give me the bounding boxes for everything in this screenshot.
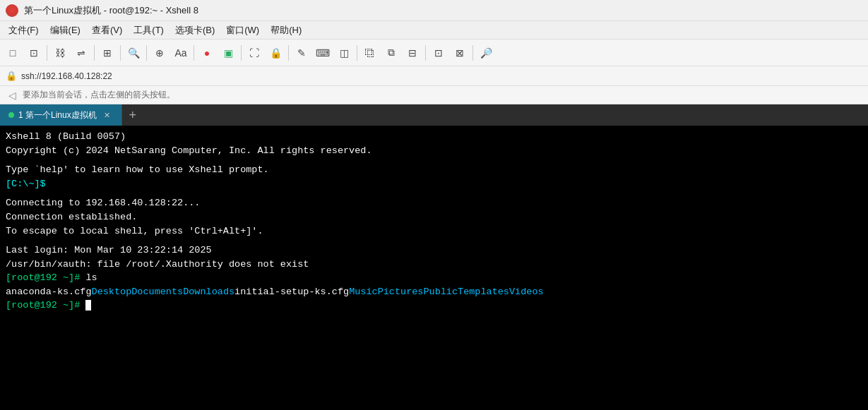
terminal-line: [root@192 ~]# ls [6,271,862,285]
toolbar-btn-unchain[interactable]: ⇌ [71,43,91,63]
toolbar-btn-copy3[interactable]: ⊟ [403,43,422,63]
cursor [85,300,91,310]
info-bar: ◁ 要添加当前会话，点击左侧的箭头按钮。 [0,86,868,104]
ls-item-downloads: Downloads [183,285,234,299]
tab-active-dot [8,112,14,118]
info-text: 要添加当前会话，点击左侧的箭头按钮。 [23,89,175,101]
toolbar-separator [194,45,194,61]
toolbar-btn-open[interactable]: ⊡ [24,43,44,63]
terminal-line: Connection established. [6,210,862,224]
toolbar-btn-copy2[interactable]: ⧉ [381,43,401,63]
menu-item-window[interactable]: 窗口(W) [220,23,265,38]
terminal-line: Copyright (c) 2024 NetSarang Computer, I… [6,144,862,158]
menu-item-tools[interactable]: 工具(T) [128,23,170,38]
toolbar-btn-copy1[interactable]: ⿻ [360,43,380,63]
tab-label: 1 第一个Linux虚拟机 [18,109,97,121]
menu-item-file[interactable]: 文件(F) [3,23,44,38]
toolbar-btn-new[interactable]: □ [3,43,23,63]
lock-icon: 🔒 [6,71,17,81]
toolbar-btn-edit2[interactable]: ⌨ [313,43,333,63]
terminal-line: Type `help' to learn how to use Xshell p… [6,163,862,177]
terminal-line [6,157,862,163]
menu-item-help[interactable]: 帮助(H) [265,23,307,38]
toolbar-separator [120,45,121,61]
ls-item-templates: Templates [458,285,509,299]
toolbar-btn-chain[interactable]: ⛓ [50,43,70,63]
toolbar-separator [288,45,289,61]
ls-item-anaconda-ks-cfg: anaconda-ks.cfg [6,285,92,299]
terminal-line: To escape to local shell, press 'Ctrl+Al… [6,224,862,239]
toolbar-separator [94,45,95,61]
title-bar: 第一个Linux虚拟机 - root@192:~ - Xshell 8 [0,0,868,21]
toolbar-separator [146,45,147,61]
toolbar-separator [425,45,426,61]
toolbar-btn-xgreen[interactable]: ▣ [218,43,238,63]
menu-bar: 文件(F)编辑(E)查看(V)工具(T)选项卡(B)窗口(W)帮助(H) [0,21,868,40]
tab-linux-vm[interactable]: 1 第一个Linux虚拟机 ✕ [0,104,122,126]
toolbar-separator [472,45,473,61]
terminal-line [6,191,862,196]
new-tab-button[interactable]: + [122,104,143,126]
ls-item-videos: Videos [509,285,544,299]
terminal-line: Xshell 8 (Build 0057) [6,130,862,144]
toolbar-btn-zoom[interactable]: 🔎 [476,43,496,63]
toolbar-btn-edit3[interactable]: ◫ [334,43,354,63]
ls-item-documents: Documents [131,285,183,299]
ls-item-initial-setup-ks-cfg: initial-setup-ks.cfg [234,285,349,299]
terminal-area[interactable]: Xshell 8 (Build 0057)Copyright (c) 2024 … [0,126,868,410]
window-title: 第一个Linux虚拟机 - root@192:~ - Xshell 8 [24,4,198,17]
toolbar-btn-font[interactable]: Aa [171,43,191,63]
app-logo [6,4,18,17]
add-session-arrow[interactable]: ◁ [6,89,18,102]
terminal-line: /usr/bin/xauth: file /root/.Xauthority d… [6,258,862,272]
toolbar-btn-edit1[interactable]: ✎ [292,43,311,63]
toolbar-separator [241,45,242,61]
tab-close-button[interactable]: ✕ [101,109,113,121]
terminal-line [6,238,862,243]
ls-item-music: Music [349,285,378,299]
ls-item-desktop: Desktop [92,285,132,299]
toolbar-btn-globe[interactable]: ⊕ [150,43,170,63]
menu-item-edit[interactable]: 编辑(E) [44,23,86,38]
terminal-line: [C:\~]$ [6,177,862,191]
toolbar-btn-newwin[interactable]: ⊞ [97,43,117,63]
toolbar-btn-fullscreen[interactable]: ⛶ [244,43,264,63]
terminal-line: [root@192 ~]# [6,299,862,313]
toolbar-separator [357,45,357,61]
menu-item-options[interactable]: 选项卡(B) [170,23,220,38]
terminal-line: Connecting to 192.168.40.128:22... [6,196,862,210]
toolbar-btn-search[interactable]: 🔍 [124,43,143,63]
toolbar-btn-lockbtn[interactable]: 🔒 [266,43,285,63]
menu-item-view[interactable]: 查看(V) [86,23,128,38]
toolbar-btn-layout1[interactable]: ⊡ [429,43,448,63]
ls-item-public: Public [423,285,458,299]
toolbar-btn-layout2[interactable]: ⊠ [450,43,470,63]
ls-item-pictures: Pictures [378,285,424,299]
toolbar-btn-xred[interactable]: ● [197,43,217,63]
toolbar: □⊡⛓⇌⊞🔍⊕Aa●▣⛶🔒✎⌨◫⿻⧉⊟⊡⊠🔎 [0,40,868,66]
toolbar-separator [47,45,47,61]
address-bar: 🔒 ssh://192.168.40.128:22 [0,66,868,86]
terminal-line: Last login: Mon Mar 10 23:22:14 2025 [6,243,862,258]
tab-bar: 1 第一个Linux虚拟机 ✕ + [0,104,868,126]
address-text: ssh://192.168.40.128:22 [21,71,112,81]
terminal-line: anaconda-ks.cfg Desktop Documents Downlo… [6,285,862,299]
